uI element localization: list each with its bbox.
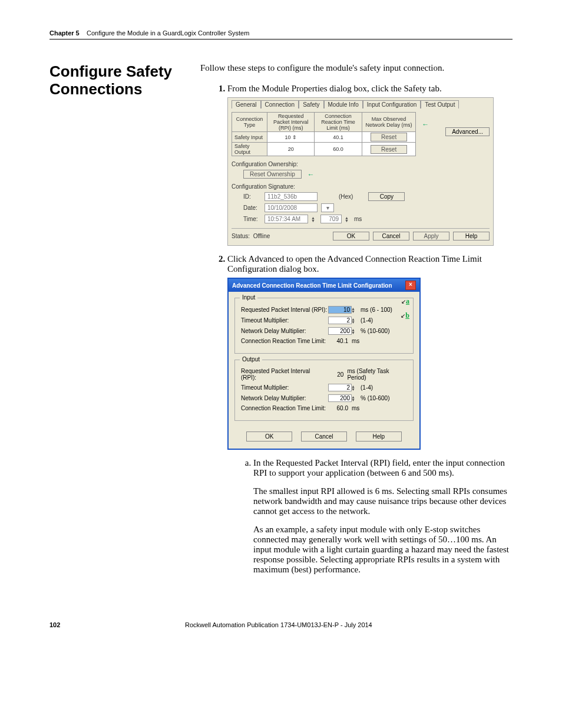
config-signature-label: Configuration Signature: xyxy=(232,183,490,190)
step-1-text: From the Module Properties dialog box, c… xyxy=(227,84,442,93)
substep-a-p3: As an example, a safety input module wit… xyxy=(253,525,513,575)
chapter-number: Chapter 5 xyxy=(49,29,80,37)
col-delay: Max Observed Network Delay (ms) xyxy=(362,113,416,132)
chapter-title: Configure the Module in a GuardLogix Con… xyxy=(87,29,249,37)
note-a: a xyxy=(406,297,409,305)
rpi-label: Requested Packet Interval (RPI): xyxy=(241,368,325,381)
crtl-value: 40.1 xyxy=(315,132,362,143)
rpi-range: ms (6 - 100) xyxy=(361,307,392,313)
col-rpi: Requested Packet Interval (RPI) (ms) xyxy=(267,113,315,132)
spinner-icon[interactable]: ▲▼ xyxy=(351,328,357,334)
ndm-range: % (10-600) xyxy=(361,328,389,334)
tab-module-info[interactable]: Module Info xyxy=(324,100,363,108)
crtl-label: Connection Reaction Time Limit: xyxy=(241,338,328,344)
tm-label: Timeout Multiplier: xyxy=(241,317,328,324)
dialog-title: Advanced Connection Reaction Time Limit … xyxy=(232,282,392,289)
tab-test-output[interactable]: Test Output xyxy=(421,100,459,108)
time-ms-field[interactable]: 709 xyxy=(320,215,342,223)
rpi-range: ms (Safety Task Period) xyxy=(347,368,407,381)
row-label: Safety Output xyxy=(232,143,267,156)
table-row: Safety Input 10 ⇕ 40.1 Reset xyxy=(232,132,416,143)
intro-text: Follow these steps to configure the modu… xyxy=(200,63,513,73)
spinner-icon[interactable]: ▲▼ xyxy=(351,385,357,391)
ms-label: ms xyxy=(352,338,359,344)
step-2: Click Advanced to open the Advanced Conn… xyxy=(227,254,513,575)
close-icon[interactable]: × xyxy=(405,281,416,290)
input-rpi-field[interactable]: 10 xyxy=(328,306,352,314)
cancel-button[interactable]: Cancel xyxy=(373,232,409,241)
date-field[interactable]: 10/10/2008 xyxy=(265,203,318,212)
hex-label: (Hex) xyxy=(339,193,353,200)
input-ndm-field[interactable]: 200 xyxy=(328,327,352,335)
ndm-range: % (10-600) xyxy=(361,395,389,401)
ms-label: ms xyxy=(352,405,359,411)
time-field[interactable]: 10:57:34 AM xyxy=(265,215,308,223)
time-label: Time: xyxy=(243,216,261,222)
group-title: Input xyxy=(240,294,257,301)
note-b: b xyxy=(405,311,409,319)
rpi-value: 20 xyxy=(267,143,315,156)
crtl-label: Connection Reaction Time Limit: xyxy=(241,405,328,411)
substep-a-p2: The smallest input RPI allowed is 6 ms. … xyxy=(253,486,513,516)
col-type: Connection Type xyxy=(232,113,267,132)
arrow-icon: ← xyxy=(308,170,315,179)
id-field[interactable]: 11b2_536b xyxy=(265,192,318,201)
ndm-label: Network Delay Multiplier: xyxy=(241,395,328,401)
help-button[interactable]: Help xyxy=(356,431,402,442)
copy-button[interactable]: Copy xyxy=(368,192,405,201)
substep-a-p1: In the Requested Packet Interval (RPI) f… xyxy=(253,458,513,478)
id-label: ID: xyxy=(243,193,261,200)
advanced-crtl-dialog: Advanced Connection Reaction Time Limit … xyxy=(227,278,421,450)
date-label: Date: xyxy=(243,205,261,211)
tm-range: (1-4) xyxy=(361,317,373,324)
spinner-icon[interactable]: ▲▼ xyxy=(345,216,351,222)
step-2-text: Click Advanced to open the Advanced Conn… xyxy=(227,254,482,274)
cancel-button[interactable]: Cancel xyxy=(301,431,347,442)
col-crtl: Connection Reaction Time Limit (ms) xyxy=(315,113,362,132)
spinner-icon[interactable]: ▲▼ xyxy=(351,396,357,401)
tab-connection[interactable]: Connection xyxy=(261,100,299,108)
status-label: Status: xyxy=(232,233,250,239)
input-crtl-value: 40.1 xyxy=(328,338,348,344)
reset-button[interactable]: Reset xyxy=(371,133,407,141)
output-ndm-field[interactable]: 200 xyxy=(328,394,352,402)
group-title: Output xyxy=(240,356,262,363)
ok-button[interactable]: OK xyxy=(333,232,369,241)
apply-button[interactable]: Apply xyxy=(413,232,449,241)
status-value: Offline xyxy=(253,233,270,239)
tm-range: (1-4) xyxy=(361,384,373,391)
tab-strip: General Connection Safety Module Info In… xyxy=(232,100,490,108)
reset-ownership-button[interactable]: Reset Ownership xyxy=(243,170,302,179)
page-number: 102 xyxy=(49,621,185,628)
publication-line: Rockwell Automation Publication 1734-UM0… xyxy=(185,621,513,628)
config-ownership-label: Configuration Ownership: xyxy=(232,161,490,167)
ms-label: ms xyxy=(354,216,362,222)
output-crtl-value: 60.0 xyxy=(328,405,348,411)
spinner-icon[interactable]: ▲▼ xyxy=(351,318,357,324)
rpi-label: Requested Packet Interval (RPI): xyxy=(241,307,328,313)
dropdown-icon[interactable]: ▾ xyxy=(321,203,334,212)
ok-button[interactable]: OK xyxy=(246,431,292,442)
reset-button[interactable]: Reset xyxy=(371,145,407,154)
table-row: Safety Output 20 60.0 Reset xyxy=(232,143,416,156)
tm-label: Timeout Multiplier: xyxy=(241,384,328,391)
substep-a: In the Requested Packet Interval (RPI) f… xyxy=(253,458,513,575)
input-tm-field[interactable]: 2 xyxy=(328,317,352,324)
running-header: Chapter 5 Configure the Module in a Guar… xyxy=(49,29,513,37)
rpi-value[interactable]: 10 xyxy=(285,134,290,140)
tab-general[interactable]: General xyxy=(232,100,261,108)
crtl-value: 60.0 xyxy=(315,143,362,156)
advanced-button[interactable]: Advanced... xyxy=(445,127,490,136)
spinner-icon[interactable]: ▲▼ xyxy=(311,216,317,222)
tab-safety[interactable]: Safety xyxy=(299,100,323,108)
input-group: Input Requested Packet Interval (RPI): 1… xyxy=(234,298,414,354)
help-button[interactable]: Help xyxy=(453,232,490,241)
spinner-icon[interactable]: ▲▼ xyxy=(351,307,357,313)
output-group: Output Requested Packet Interval (RPI): … xyxy=(234,360,414,421)
section-heading: Configure Safety Connections xyxy=(49,63,185,98)
tab-input-config[interactable]: Input Configuration xyxy=(363,100,421,108)
connection-table: Connection Type Requested Packet Interva… xyxy=(232,112,416,156)
step-1: From the Module Properties dialog box, c… xyxy=(227,84,513,246)
module-properties-dialog: General Connection Safety Module Info In… xyxy=(227,97,494,246)
output-tm-field[interactable]: 2 xyxy=(328,384,352,391)
